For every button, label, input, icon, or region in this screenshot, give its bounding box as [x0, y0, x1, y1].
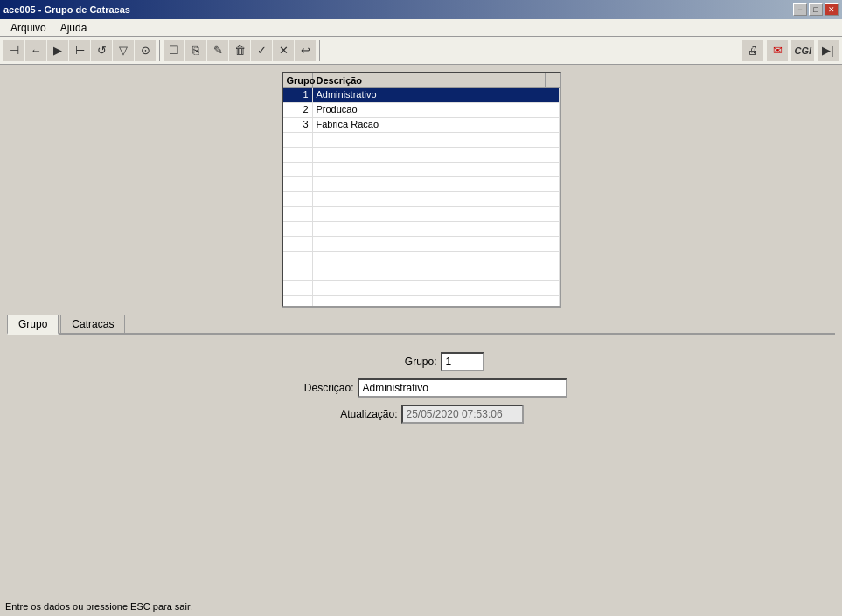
- cell-descricao: [313, 133, 560, 147]
- cell-grupo: [283, 266, 313, 280]
- cell-grupo: [283, 177, 313, 191]
- table-row[interactable]: [283, 281, 560, 296]
- menu-ajuda[interactable]: Ajuda: [53, 20, 94, 36]
- atualizacao-input: [401, 405, 524, 424]
- toolbar-right: 🖨 ✉ CGI ▶|: [742, 40, 839, 61]
- tab-catracas[interactable]: Catracas: [60, 315, 125, 333]
- new-button[interactable]: ☐: [164, 40, 184, 61]
- grid-wrapper: Grupo Descrição 1Administrativo2Producao…: [7, 72, 835, 308]
- delete-button[interactable]: 🗑: [229, 40, 250, 61]
- table-row[interactable]: 3Fabrica Racao: [283, 118, 560, 133]
- cell-grupo: 2: [283, 103, 313, 117]
- refresh-button[interactable]: ↺: [91, 40, 112, 61]
- main-content: Grupo Descrição 1Administrativo2Producao…: [0, 65, 842, 599]
- nav-toolbar-group: ⊣ ← ▶ ⊢ ↺ ▽ ⊙: [3, 40, 160, 61]
- cell-grupo: [283, 207, 313, 221]
- copy-button[interactable]: ⎘: [185, 40, 206, 61]
- extra-button[interactable]: ▶|: [818, 40, 839, 61]
- save-button[interactable]: ✓: [251, 40, 272, 61]
- cell-grupo: [283, 222, 313, 236]
- undo-button[interactable]: ↩: [295, 40, 316, 61]
- grupo-label: Grupo:: [358, 356, 437, 368]
- cell-descricao: Fabrica Racao: [313, 118, 560, 132]
- last-button[interactable]: ⊢: [69, 40, 90, 61]
- cell-descricao: [313, 192, 560, 206]
- table-row[interactable]: [283, 163, 560, 177]
- table-row[interactable]: [283, 207, 560, 222]
- cell-descricao: [313, 222, 560, 236]
- cell-descricao: Administrativo: [313, 88, 560, 102]
- grid-body: 1Administrativo2Producao3Fabrica Racao: [283, 88, 560, 306]
- cell-grupo: [283, 296, 313, 306]
- title-bar: ace005 - Grupo de Catracas − □ ✕: [0, 0, 842, 19]
- status-bar: Entre os dados ou pressione ESC para sai…: [0, 599, 842, 616]
- cell-descricao: [313, 252, 560, 266]
- cell-grupo: 3: [283, 118, 313, 132]
- col-header-descricao: Descrição: [313, 73, 546, 87]
- cell-descricao: [313, 163, 560, 176]
- table-row[interactable]: [283, 252, 560, 266]
- search-button[interactable]: ⊙: [135, 40, 156, 61]
- table-row[interactable]: [283, 237, 560, 252]
- email-button[interactable]: ✉: [767, 40, 788, 61]
- tabs-bar: Grupo Catracas: [7, 315, 835, 335]
- table-row[interactable]: 2Producao: [283, 103, 560, 118]
- cell-descricao: [313, 296, 560, 306]
- cancel-button[interactable]: ✕: [273, 40, 294, 61]
- table-row[interactable]: [283, 148, 560, 163]
- cell-descricao: [313, 148, 560, 162]
- menu-bar: Arquivo Ajuda: [0, 19, 842, 37]
- table-row[interactable]: [283, 192, 560, 207]
- prev-button[interactable]: ←: [25, 40, 46, 61]
- table-row[interactable]: 1Administrativo: [283, 88, 560, 103]
- grid-scroll[interactable]: 1Administrativo2Producao3Fabrica Racao: [283, 88, 560, 306]
- cell-descricao: [313, 266, 560, 280]
- cell-grupo: [283, 237, 313, 251]
- table-row[interactable]: [283, 222, 560, 237]
- grid-header: Grupo Descrição: [283, 73, 560, 88]
- form-area: Grupo: Descrição: Atualização:: [7, 335, 835, 441]
- col-header-grupo: Grupo: [283, 73, 313, 87]
- form-row-atualizacao: Atualização:: [319, 405, 524, 424]
- descricao-input[interactable]: [358, 378, 567, 398]
- form-row-grupo: Grupo:: [358, 352, 484, 371]
- filter-button[interactable]: ▽: [113, 40, 134, 61]
- cgi-button[interactable]: CGI: [791, 40, 814, 61]
- table-row[interactable]: [283, 266, 560, 281]
- next-button[interactable]: ▶: [47, 40, 68, 61]
- descricao-label: Descrição:: [275, 382, 354, 394]
- edit-button[interactable]: ✎: [207, 40, 228, 61]
- cell-descricao: Producao: [313, 103, 560, 117]
- cell-grupo: [283, 133, 313, 147]
- table-row[interactable]: [283, 133, 560, 148]
- status-message: Entre os dados ou pressione ESC para sai…: [5, 601, 192, 612]
- grupo-input[interactable]: [441, 352, 484, 371]
- table-row[interactable]: [283, 177, 560, 192]
- close-button[interactable]: ✕: [825, 3, 839, 16]
- cell-grupo: 1: [283, 88, 313, 102]
- cell-grupo: [283, 252, 313, 266]
- tab-grupo[interactable]: Grupo: [7, 315, 59, 335]
- print-button[interactable]: 🖨: [742, 40, 763, 61]
- table-row[interactable]: [283, 296, 560, 306]
- title-bar-controls: − □ ✕: [793, 3, 839, 16]
- data-grid: Grupo Descrição 1Administrativo2Producao…: [282, 72, 561, 308]
- cell-descricao: [313, 281, 560, 295]
- atualizacao-label: Atualização:: [319, 408, 398, 420]
- cell-grupo: [283, 281, 313, 295]
- window-title: ace005 - Grupo de Catracas: [3, 4, 130, 15]
- first-button[interactable]: ⊣: [3, 40, 24, 61]
- form-row-descricao: Descrição:: [275, 378, 567, 398]
- cell-grupo: [283, 148, 313, 162]
- maximize-button[interactable]: □: [809, 3, 823, 16]
- menu-arquivo[interactable]: Arquivo: [3, 20, 53, 36]
- cell-descricao: [313, 207, 560, 221]
- minimize-button[interactable]: −: [793, 3, 807, 16]
- cell-grupo: [283, 192, 313, 206]
- cell-descricao: [313, 237, 560, 251]
- cell-grupo: [283, 163, 313, 176]
- toolbar: ⊣ ← ▶ ⊢ ↺ ▽ ⊙ ☐ ⎘ ✎ 🗑 ✓ ✕ ↩ 🖨 ✉ CGI ▶|: [0, 37, 842, 65]
- cell-descricao: [313, 177, 560, 191]
- edit-toolbar-group: ☐ ⎘ ✎ 🗑 ✓ ✕ ↩: [164, 40, 320, 61]
